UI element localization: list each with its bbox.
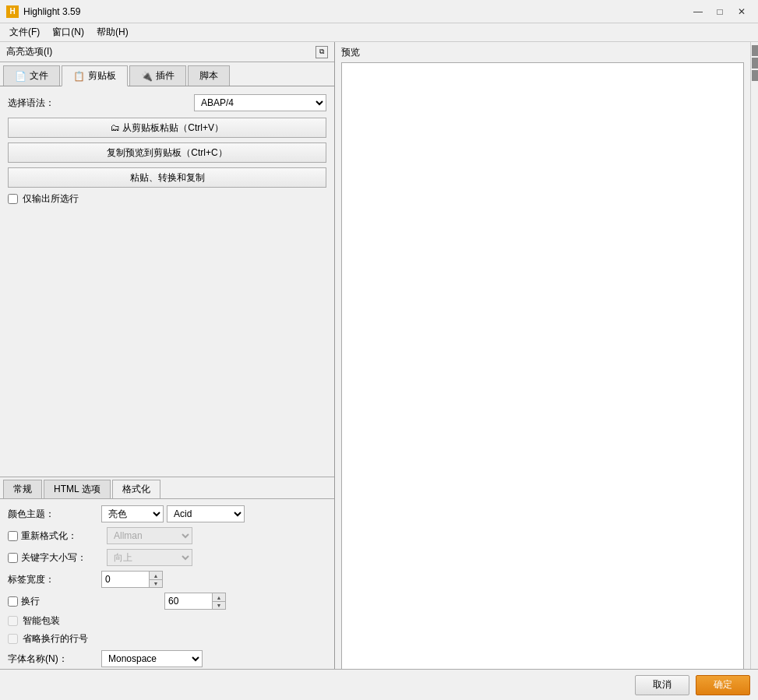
bottom-action-bar: 取消 确定 <box>0 669 758 700</box>
tab-width-label: 标签宽度： <box>8 573 101 586</box>
clipboard-tab-icon: 📋 <box>73 71 85 82</box>
keyword-case-select[interactable]: 向上 向下 <box>107 549 192 566</box>
right-panel: 预览 输出进度： 0% <box>335 42 750 700</box>
wrap-spinbox: ▲ ▼ <box>164 593 226 610</box>
main-container: 高亮选项(I) ⧉ 📄 文件 📋 剪贴板 🔌 插件 脚本 <box>0 42 758 700</box>
side-mark-1 <box>752 45 758 56</box>
language-label: 选择语法： <box>8 97 55 110</box>
wrap-checkbox[interactable] <box>8 596 18 607</box>
file-tab-label: 文件 <box>30 69 48 83</box>
plugin-tab-icon: 🔌 <box>141 71 153 82</box>
tab-width-input[interactable] <box>102 572 149 587</box>
tab-html-options[interactable]: HTML 选项 <box>44 480 111 498</box>
language-row: 选择语法： ABAP/4 C C++ Java Python <box>8 94 326 111</box>
reformat-checkbox[interactable] <box>8 531 18 541</box>
wrap-arrows: ▲ ▼ <box>212 593 225 609</box>
tab-width-row: 标签宽度： ▲ ▼ <box>8 571 326 588</box>
wrap-label[interactable]: 换行 <box>21 595 40 608</box>
wrap-down[interactable]: ▼ <box>213 601 225 609</box>
left-panel: 高亮选项(I) ⧉ 📄 文件 📋 剪贴板 🔌 插件 脚本 <box>0 42 335 700</box>
color-theme-select[interactable]: 亮色 暗色 <box>101 505 164 522</box>
omit-newlines-row: 省略换行的行号 <box>8 632 326 645</box>
restore-button[interactable]: □ <box>710 4 730 19</box>
color-scheme-select[interactable]: Acid Base16 Zenburn <box>167 505 245 522</box>
tab-clipboard[interactable]: 📋 剪贴板 <box>62 65 128 86</box>
reformat-row: 重新格式化： Allman K&R <box>8 527 326 544</box>
omit-newlines-checkbox[interactable] <box>8 634 18 644</box>
only-selected-checkbox[interactable] <box>8 194 18 204</box>
color-theme-row: 颜色主题： 亮色 暗色 Acid Base16 Zenburn <box>8 505 326 522</box>
omit-newlines-label: 省略换行的行号 <box>23 632 88 645</box>
tab-width-spinbox: ▲ ▼ <box>101 571 163 588</box>
copy-to-clipboard-button[interactable]: 复制预览到剪贴板（Ctrl+C） <box>8 142 326 163</box>
side-accent <box>750 42 758 700</box>
clipboard-tab-label: 剪贴板 <box>88 69 116 83</box>
wrap-up[interactable]: ▲ <box>213 593 225 601</box>
tab-width-arrows: ▲ ▼ <box>149 572 162 587</box>
reformat-label[interactable]: 重新格式化： <box>21 529 107 543</box>
panel-header: 高亮选项(I) ⧉ <box>0 42 334 62</box>
paste-from-clipboard-button[interactable]: 🗂 从剪贴板粘贴（Ctrl+V） <box>8 118 326 138</box>
transform-button[interactable]: 粘贴、转换和复制 <box>8 167 326 188</box>
font-name-row: 字体名称(N)： Monospace Courier New Consolas <box>8 650 326 667</box>
keyword-case-label[interactable]: 关键字大小写： <box>21 551 107 565</box>
reformat-select[interactable]: Allman K&R <box>107 527 192 544</box>
tab-file[interactable]: 📄 文件 <box>3 65 60 86</box>
keyword-case-row: 关键字大小写： 向上 向下 <box>8 549 326 566</box>
side-mark-3 <box>752 70 758 81</box>
tab-plugin[interactable]: 🔌 插件 <box>129 65 186 86</box>
close-button[interactable]: ✕ <box>732 4 752 19</box>
preview-title: 预览 <box>341 46 360 59</box>
menu-help[interactable]: 帮助(H) <box>90 24 135 41</box>
cancel-button[interactable]: 取消 <box>635 675 689 695</box>
panel-title: 高亮选项(I) <box>6 45 52 58</box>
ok-button[interactable]: 确定 <box>696 675 750 695</box>
script-tab-label: 脚本 <box>199 69 218 83</box>
side-mark-2 <box>752 58 758 69</box>
menubar: 文件(F) 窗口(N) 帮助(H) <box>0 23 758 42</box>
window-title: Highlight 3.59 <box>23 6 688 17</box>
plugin-tab-label: 插件 <box>156 69 175 83</box>
tab-general[interactable]: 常规 <box>3 480 42 498</box>
menu-file[interactable]: 文件(F) <box>3 24 46 41</box>
app-icon: H <box>6 5 19 18</box>
bottom-tab-bar: 常规 HTML 选项 格式化 <box>0 477 334 498</box>
font-name-select[interactable]: Monospace Courier New Consolas <box>101 650 203 667</box>
font-name-label: 字体名称(N)： <box>8 653 101 666</box>
color-theme-label: 颜色主题： <box>8 508 101 521</box>
panel-restore-button[interactable]: ⧉ <box>316 46 328 58</box>
smart-wrap-checkbox[interactable] <box>8 616 18 626</box>
only-selected-label[interactable]: 仅输出所选行 <box>23 192 79 206</box>
titlebar: H Highlight 3.59 — □ ✕ <box>0 0 758 23</box>
wrap-input[interactable] <box>165 593 212 609</box>
keyword-case-checkbox[interactable] <box>8 553 18 563</box>
minimize-button[interactable]: — <box>688 4 708 19</box>
tab-format[interactable]: 格式化 <box>112 480 160 499</box>
language-select[interactable]: ABAP/4 C C++ Java Python <box>194 94 326 111</box>
window-controls: — □ ✕ <box>688 4 752 19</box>
smart-wrap-label: 智能包装 <box>23 614 60 628</box>
file-tab-icon: 📄 <box>15 71 26 82</box>
menu-window[interactable]: 窗口(N) <box>46 24 90 41</box>
tab-bar: 📄 文件 📋 剪贴板 🔌 插件 脚本 <box>0 62 334 86</box>
tab-width-up[interactable]: ▲ <box>150 572 162 579</box>
preview-area <box>341 62 744 678</box>
clipboard-panel-content: 选择语法： ABAP/4 C C++ Java Python 🗂 从剪贴板粘贴（… <box>0 86 334 477</box>
wrap-row: 换行 ▲ ▼ <box>8 593 326 610</box>
preview-header: 预览 <box>335 42 750 62</box>
tab-width-down[interactable]: ▼ <box>150 579 162 587</box>
only-selected-row: 仅输出所选行 <box>8 192 326 206</box>
smart-wrap-row: 智能包装 <box>8 614 326 628</box>
tab-script[interactable]: 脚本 <box>188 65 230 86</box>
